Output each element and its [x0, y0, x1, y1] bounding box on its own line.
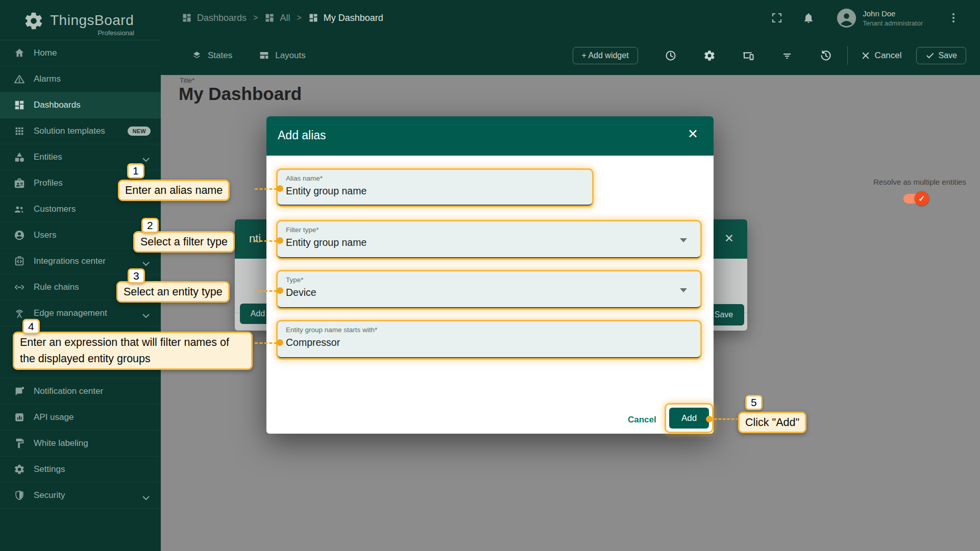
breadcrumb-dashboards[interactable]: Dashboards	[182, 13, 247, 23]
dashboard-title-input[interactable]: My Dashboard	[179, 84, 302, 104]
callout-3-number: 3	[128, 268, 145, 284]
sidebar-item-home[interactable]: Home	[0, 40, 161, 66]
sidebar-item-white-labeling[interactable]: White labeling	[0, 431, 161, 457]
callout-4-dot	[277, 339, 283, 346]
logo[interactable]: ThingsBoard Professional	[0, 0, 161, 40]
callout-4-text: Enter an expression that will filter nam…	[13, 332, 253, 370]
dashboards-icon	[308, 13, 318, 23]
filter-icon[interactable]	[781, 49, 793, 62]
time-window-clock-icon[interactable]	[665, 49, 677, 62]
modal-cancel-button[interactable]: Cancel	[628, 415, 656, 425]
save-dashboard-button[interactable]: Save	[916, 47, 966, 64]
callout-1-dot	[277, 185, 283, 192]
close-icon[interactable]: ✕	[688, 128, 698, 140]
breadcrumb-my-dashboard: My Dashboard	[308, 13, 383, 23]
dashboard-toolbar: States Layouts + Add widget Cancel	[161, 36, 980, 75]
add-widget-button[interactable]: + Add widget	[573, 47, 638, 64]
dropdown-arrow-icon	[680, 238, 687, 242]
sidebar-item-notification-center[interactable]: Notification center	[0, 379, 161, 405]
callout-1-text: Enter an alias name	[118, 180, 230, 201]
thingsboard-logo-icon	[23, 11, 44, 31]
breadcrumb-separator: >	[253, 13, 258, 22]
fullscreen-icon[interactable]	[771, 12, 783, 24]
home-icon	[14, 47, 25, 59]
gear-icon	[14, 464, 25, 475]
device-layouts-icon[interactable]	[742, 49, 754, 62]
page: ThingsBoard Professional Home Alarms Das…	[0, 0, 980, 551]
logo-title: ThingsBoard	[50, 12, 134, 29]
sidebar-item-alarms[interactable]: Alarms	[0, 66, 161, 92]
entity-type-select[interactable]: Type* Device	[276, 270, 702, 310]
add-alias-dialog: Add alias ✕ Alias name* Entity group nam…	[266, 116, 714, 434]
dashboards-icon	[14, 99, 25, 111]
dashboard-settings-gear-icon[interactable]	[703, 49, 716, 62]
callout-4-connector	[255, 342, 277, 344]
resolve-multiple-label: Resolve as multiple entities	[866, 178, 973, 186]
layouts-button[interactable]: Layouts	[259, 50, 306, 61]
user-name: John Doe	[863, 9, 923, 18]
callout-3-connector	[255, 290, 277, 292]
chevron-down-icon	[142, 493, 150, 498]
callout-5-text: Click "Add"	[738, 412, 806, 433]
user-info[interactable]: John Doe Tenant administrator	[863, 9, 923, 27]
sidebar-item-security[interactable]: Security	[0, 483, 161, 509]
toolbar-divider	[847, 46, 848, 65]
antenna-icon	[14, 308, 25, 319]
chevron-down-icon	[142, 259, 150, 264]
category-shapes-icon	[14, 152, 25, 163]
resolve-multiple-toggle[interactable]: ✓	[903, 194, 926, 204]
callout-1-connector	[255, 188, 277, 190]
chevron-down-icon	[142, 311, 150, 316]
layers-icon	[191, 50, 202, 61]
logo-subtitle: Professional	[0, 29, 134, 37]
callout-5-dot	[706, 416, 713, 422]
integration-box-icon	[14, 256, 25, 267]
warning-icon	[14, 73, 25, 85]
version-history-icon[interactable]	[820, 49, 832, 62]
dashboards-icon	[182, 13, 192, 23]
cancel-edit-button[interactable]: Cancel	[861, 51, 902, 61]
layout-grid-icon	[259, 50, 270, 61]
callout-4-number: 4	[22, 319, 40, 334]
bar-chart-box-icon	[14, 412, 25, 423]
sidebar-item-dashboards[interactable]: Dashboards	[0, 92, 161, 118]
settings-ethernet-icon	[14, 282, 25, 293]
close-icon: ✕	[724, 232, 734, 245]
badge-id-icon	[14, 178, 25, 189]
sidebar-item-solution-templates[interactable]: Solution templates NEW	[0, 118, 161, 144]
group-name-starts-with-field[interactable]: Entity group name starts with* Compresso…	[276, 320, 702, 360]
callout-1-number: 1	[127, 163, 144, 179]
toggle-check-icon: ✓	[915, 191, 929, 206]
sidebar-item-api-usage[interactable]: API usage	[0, 405, 161, 431]
callout-5-connector	[714, 418, 739, 420]
notifications-bell-icon[interactable]	[802, 12, 815, 24]
apps-grid-icon	[14, 126, 25, 137]
user-circle-icon	[14, 230, 25, 241]
close-icon	[861, 51, 870, 60]
filter-type-select[interactable]: Filter type* Entity group name	[276, 220, 702, 260]
header-actions: John Doe Tenant administrator	[771, 0, 960, 36]
breadcrumb-separator: >	[297, 13, 301, 22]
dashboard-title-label: Title*	[180, 77, 194, 84]
breadcrumb-all[interactable]: All	[264, 13, 290, 23]
dashboards-icon	[264, 13, 275, 23]
sidebar-item-settings[interactable]: Settings	[0, 457, 161, 483]
avatar[interactable]	[837, 9, 856, 28]
callout-3-text: Select an entity type	[116, 281, 230, 303]
callout-2-text: Select a filter type	[133, 231, 235, 253]
shield-icon	[14, 490, 25, 501]
modal-add-button[interactable]: Add	[669, 408, 709, 429]
callout-2-dot	[277, 237, 283, 244]
states-button[interactable]: States	[191, 50, 232, 61]
top-header-bar: Dashboards > All > My Dashboard John Doe…	[161, 0, 980, 36]
callout-2-number: 2	[141, 218, 159, 233]
more-vert-icon[interactable]	[947, 12, 960, 24]
modal-title: Add alias	[278, 129, 326, 142]
breadcrumb: Dashboards > All > My Dashboard	[182, 0, 383, 36]
check-icon	[925, 51, 935, 60]
callout-2-connector	[255, 240, 277, 242]
alias-name-field[interactable]: Alias name* Entity group name	[276, 168, 594, 207]
new-badge: NEW	[128, 127, 151, 136]
user-role: Tenant administrator	[863, 19, 923, 27]
paint-roller-icon	[14, 438, 25, 449]
